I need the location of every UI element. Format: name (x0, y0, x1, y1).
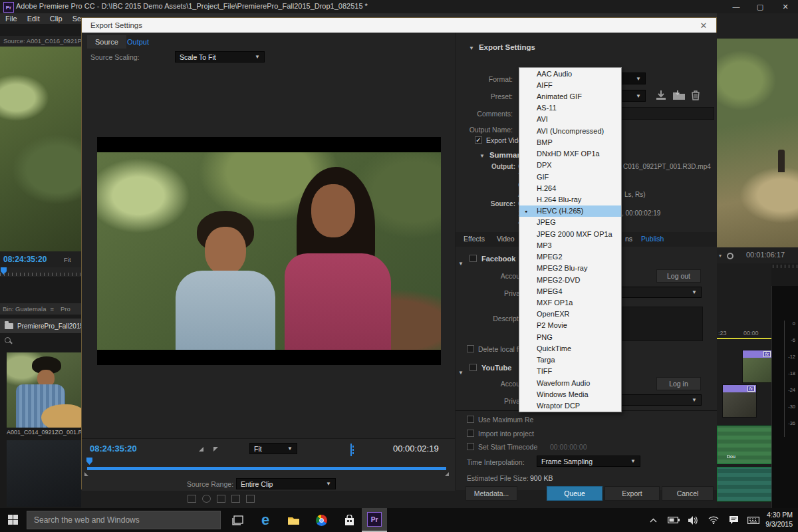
format-option[interactable]: MP3 (519, 239, 621, 251)
volume-icon[interactable] (684, 508, 704, 532)
timeline-clip[interactable]: fx (742, 350, 773, 383)
format-option[interactable]: Waveform Audio (519, 377, 621, 388)
grid-view-icon[interactable] (217, 495, 225, 503)
format-option[interactable]: AIFF (519, 79, 621, 90)
time-interpolation-select[interactable]: Frame Sampling▼ (537, 456, 640, 467)
format-option[interactable]: JPEG 2000 MXF OP1a (519, 228, 621, 239)
collapse-triangle-icon[interactable]: ▼ (479, 153, 485, 159)
export-playhead[interactable] (86, 458, 92, 465)
export-video-checkbox[interactable]: ✓ (475, 136, 482, 144)
save-preset-icon[interactable] (655, 90, 667, 100)
timeline-audio-clip[interactable] (717, 467, 773, 501)
export-button[interactable]: Export (604, 486, 660, 501)
format-option[interactable]: AVI (519, 114, 621, 125)
tab-captions-fragment[interactable]: ns (625, 235, 632, 243)
scrubber-track[interactable] (87, 467, 446, 470)
source-scaling-select[interactable]: Scale To Fit▼ (175, 51, 265, 63)
format-option[interactable]: H.264 (519, 182, 621, 194)
edge-browser-icon[interactable]: e (253, 508, 278, 532)
format-option[interactable]: MXF OP1a (519, 297, 621, 308)
format-option[interactable]: AAC Audio (519, 68, 621, 79)
format-option[interactable]: TIFF (519, 366, 621, 377)
format-option[interactable]: AS-11 (519, 102, 621, 114)
import-project-checkbox[interactable] (467, 430, 474, 437)
facebook-logout-button[interactable]: Log out (656, 269, 701, 283)
chrome-browser-icon[interactable] (309, 508, 334, 532)
bin-item-row[interactable]: PremierePro_Fall2015_ (0, 319, 81, 333)
battery-icon[interactable] (664, 508, 684, 532)
keyboard-icon[interactable] (743, 508, 763, 532)
max-render-checkbox[interactable] (467, 416, 474, 423)
wifi-icon[interactable] (704, 508, 724, 532)
windows-store-icon[interactable] (336, 508, 362, 532)
youtube-checkbox[interactable] (469, 364, 477, 371)
format-option[interactable]: P2 Movie (519, 320, 621, 331)
format-option[interactable]: JPEG (519, 217, 621, 228)
crop-icon[interactable] (350, 444, 352, 456)
out-point-icon[interactable] (213, 447, 218, 452)
panel-menu-icon[interactable]: ≡ (50, 305, 54, 313)
facebook-checkbox[interactable] (469, 255, 477, 262)
start-button[interactable] (8, 515, 18, 525)
menu-clip[interactable]: Clip (50, 15, 63, 23)
start-timecode-checkbox[interactable] (467, 443, 474, 450)
format-option[interactable]: QuickTime (519, 342, 621, 354)
format-option[interactable]: Animated GIF (519, 90, 621, 102)
format-option[interactable]: Wraptor DCP (519, 400, 621, 411)
file-explorer-icon[interactable] (281, 508, 306, 532)
format-option[interactable]: AVI (Uncompressed) (519, 125, 621, 136)
format-option[interactable]: H.264 Blu-ray (519, 194, 621, 205)
maximize-button[interactable]: ▢ (749, 0, 771, 13)
source-zoom-level[interactable]: Fit (64, 256, 71, 263)
taskbar-clock[interactable]: 4:30 PM 9/3/2015 (765, 510, 793, 529)
search-icon[interactable] (5, 337, 11, 343)
bin-tab[interactable]: Bin: Guatemala (3, 305, 46, 313)
taskbar-search-input[interactable] (27, 511, 221, 529)
menu-file[interactable]: File (5, 15, 17, 23)
import-preset-icon[interactable] (672, 90, 686, 100)
format-option[interactable]: OpenEXR (519, 309, 621, 320)
clip-thumbnail-2[interactable] (7, 440, 81, 507)
metadata-button[interactable]: Metadata... (466, 486, 517, 501)
filter-icon[interactable] (231, 495, 240, 503)
format-option[interactable]: Targa (519, 354, 621, 365)
format-option[interactable]: BMP (519, 136, 621, 148)
collapse-triangle-icon[interactable]: ▼ (458, 370, 464, 376)
collapse-triangle-icon[interactable]: ▼ (458, 261, 464, 267)
format-option[interactable]: MPEG2-DVD (519, 274, 621, 285)
queue-button[interactable]: Queue (547, 486, 602, 501)
timeline-audio-clip[interactable]: Dou (717, 426, 773, 464)
timeline-clip[interactable]: fx (722, 384, 757, 418)
source-monitor-tab[interactable]: Source: A001_C016_0921P (0, 36, 81, 47)
preview-zoom-select[interactable]: Fit▼ (249, 443, 297, 454)
format-option[interactable]: Windows Media (519, 388, 621, 400)
tab-publish[interactable]: Publish (641, 235, 664, 243)
premiere-taskbar-icon[interactable]: Pr (362, 508, 387, 532)
bin-icon[interactable] (246, 495, 255, 503)
range-start-handle[interactable] (84, 472, 88, 476)
source-range-select[interactable]: Entire Clip▼ (236, 478, 336, 489)
tray-expand-icon[interactable] (644, 508, 662, 532)
clip-thumbnail[interactable] (7, 352, 81, 428)
format-option[interactable]: PNG (519, 331, 621, 342)
range-end-handle[interactable] (445, 472, 449, 476)
minimize-button[interactable]: — (725, 0, 747, 13)
collapse-triangle-icon[interactable]: ▼ (469, 45, 474, 51)
delete-preset-icon[interactable] (691, 90, 700, 100)
list-view-icon[interactable] (188, 495, 196, 503)
youtube-login-button[interactable]: Log in (656, 377, 701, 390)
caret-icon[interactable]: ▾ (719, 253, 722, 259)
action-center-icon[interactable] (724, 508, 743, 532)
cancel-button[interactable]: Cancel (662, 486, 714, 501)
zoom-icon[interactable] (202, 495, 211, 503)
menu-edit[interactable]: Edit (27, 15, 40, 23)
format-option[interactable]: ●HEVC (H.265) (519, 205, 621, 217)
format-option[interactable]: GIF (519, 171, 621, 182)
format-option[interactable]: MPEG4 (519, 285, 621, 297)
format-option[interactable]: MPEG2 Blu-ray (519, 263, 621, 274)
format-option[interactable]: DPX (519, 160, 621, 171)
dialog-close-icon[interactable]: ✕ (696, 18, 711, 33)
delete-local-file-checkbox[interactable] (467, 345, 474, 352)
format-option[interactable]: DNxHD MXF OP1a (519, 148, 621, 160)
task-view-icon[interactable] (225, 508, 250, 532)
